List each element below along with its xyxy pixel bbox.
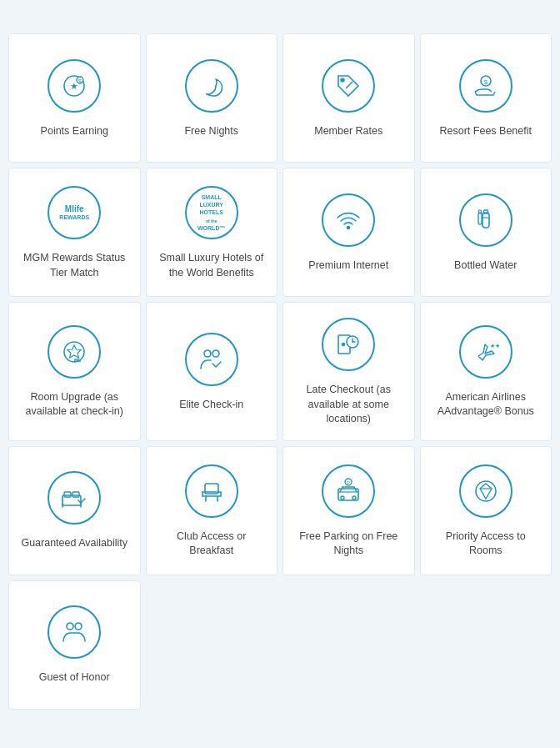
card-label: American Airlines AAdvantage® Bonus — [429, 390, 543, 419]
benefit-card-guest-honor[interactable]: Guest of Honor — [8, 580, 141, 710]
plane-stars-icon: ★★★ — [459, 325, 512, 379]
hand-coin-icon: $ — [459, 59, 512, 113]
wifi-icon — [322, 193, 375, 247]
svg-rect-10 — [483, 210, 488, 213]
star-upgrade-icon — [48, 325, 101, 379]
card-label: Late Checkout (as available at some loca… — [292, 383, 406, 427]
chair-icon — [185, 464, 238, 518]
tag-icon — [322, 59, 375, 113]
benefit-card-member-rates[interactable]: Member Rates — [282, 33, 415, 163]
svg-point-19 — [212, 350, 219, 357]
svg-text:$: $ — [484, 78, 488, 86]
benefit-card-aa-bonus[interactable]: ★★★ American Airlines AAdvantage® Bonus — [420, 302, 552, 441]
card-label: Elite Check-in — [179, 398, 243, 413]
benefit-card-points-earning[interactable]: ★ $ Points Earning — [8, 33, 141, 163]
benefit-card-free-nights[interactable]: Free Nights — [146, 33, 278, 163]
card-label: Small Luxury Hotels of the World Benefit… — [155, 251, 269, 280]
bottle-icon — [459, 193, 512, 247]
benefit-card-resort-fees[interactable]: $ Resort Fees Benefit — [420, 33, 552, 163]
card-label: Points Earning — [41, 124, 108, 139]
card-label: Room Upgrade (as available at check-in) — [18, 390, 132, 419]
card-label: Free Parking on Free Nights — [292, 530, 406, 559]
card-label: Bottled Water — [454, 259, 517, 274]
benefit-card-club-breakfast[interactable]: Club Access or Breakfast — [146, 446, 278, 575]
card-label: Free Nights — [184, 124, 238, 139]
svg-text:★★★: ★★★ — [490, 343, 500, 349]
points-icon: ★ $ — [48, 59, 101, 113]
svg-rect-12 — [478, 213, 482, 224]
benefit-card-guaranteed-avail[interactable]: Guaranteed Availability — [8, 446, 141, 575]
benefit-card-premium-internet[interactable]: Premium Internet — [282, 168, 415, 297]
benefit-card-mgm-rewards[interactable]: Mlife REWARDS MGM Rewards Status Tier Ma… — [8, 168, 141, 297]
benefit-card-small-luxury[interactable]: SMALLLUXURYHOTELSof theWORLD™ Small Luxu… — [146, 168, 278, 297]
benefit-card-elite-checkin[interactable]: Elite Check-in — [146, 302, 278, 441]
page-container: ★ $ Points Earning Free Nights Member Ra… — [0, 0, 560, 726]
svg-text:P: P — [347, 480, 350, 485]
svg-marker-15 — [68, 345, 81, 358]
svg-point-42 — [67, 623, 73, 630]
checkin-icon — [185, 333, 238, 386]
svg-point-18 — [204, 350, 211, 357]
svg-marker-40 — [480, 484, 492, 499]
svg-text:$: $ — [78, 78, 82, 83]
svg-rect-28 — [72, 492, 79, 497]
clock-door-icon — [322, 318, 375, 371]
card-label: Club Access or Breakfast — [155, 530, 269, 559]
svg-point-43 — [75, 623, 82, 630]
people-icon — [48, 605, 101, 659]
card-label: Priority Access to Rooms — [429, 530, 543, 559]
benefit-card-room-upgrade[interactable]: Room Upgrade (as available at check-in) — [8, 302, 141, 441]
svg-rect-9 — [482, 213, 489, 228]
card-label: Member Rates — [314, 124, 382, 139]
benefit-card-priority-rooms[interactable]: Priority Access to Rooms — [420, 446, 552, 575]
car-park-icon: P — [322, 464, 375, 518]
mlife-logo-icon: Mlife REWARDS — [48, 186, 101, 239]
benefit-card-late-checkout[interactable]: Late Checkout (as available at some loca… — [282, 302, 415, 441]
svg-point-35 — [341, 496, 344, 500]
benefits-grid: ★ $ Points Earning Free Nights Member Ra… — [8, 33, 552, 710]
diamond-icon — [459, 464, 512, 518]
benefit-card-bottled-water[interactable]: Bottled Water — [420, 168, 552, 297]
card-label: Premium Internet — [308, 259, 388, 274]
svg-line-5 — [346, 82, 352, 88]
svg-point-24 — [342, 344, 345, 346]
slh-logo-icon: SMALLLUXURYHOTELSof theWORLD™ — [185, 186, 238, 239]
svg-point-4 — [341, 78, 344, 82]
card-label: Resort Fees Benefit — [440, 124, 532, 139]
bed-check-icon — [48, 471, 101, 525]
card-label: Guest of Honor — [39, 670, 110, 685]
svg-point-8 — [348, 226, 350, 228]
card-label: Guaranteed Availability — [21, 536, 128, 551]
svg-point-36 — [352, 496, 356, 500]
moon-icon — [185, 59, 238, 113]
svg-rect-27 — [64, 492, 71, 497]
benefit-card-free-parking[interactable]: P Free Parking on Free Nights — [282, 446, 415, 575]
card-label: MGM Rewards Status Tier Match — [18, 251, 132, 280]
